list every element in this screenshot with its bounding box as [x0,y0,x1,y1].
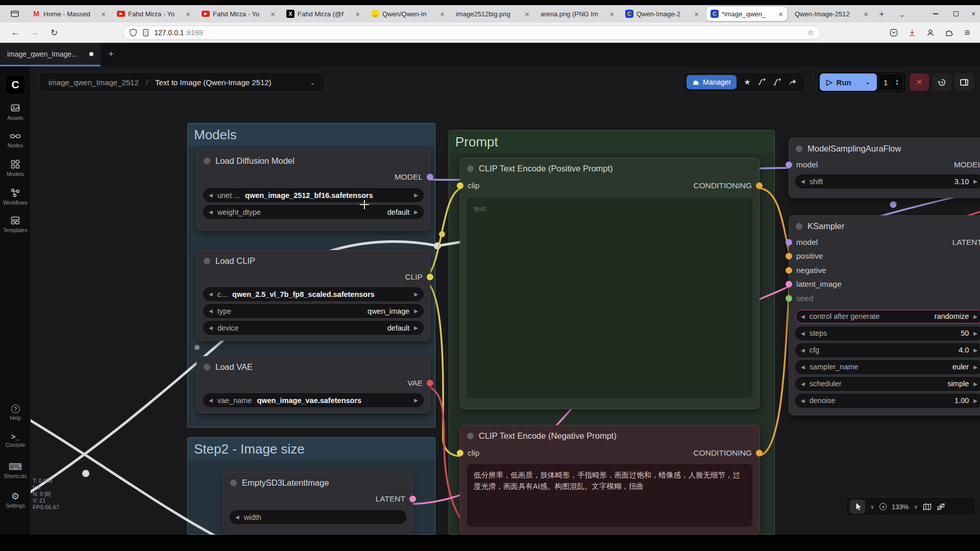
widget-clip-name[interactable]: ◀ c... qwen_2.5_vl_7b_fp8_scaled.safeten… [203,287,424,301]
model-input-port[interactable] [786,162,792,168]
tab-close-icon[interactable]: × [694,10,699,18]
sidebar-item-help[interactable]: ? Help [0,405,31,421]
next-arrow-icon[interactable]: ▶ [973,331,977,336]
download-icon[interactable] [906,28,918,38]
breadcrumb-workflow-name[interactable]: image_qwen_Image_2512 [48,78,139,87]
collapse-dot-icon[interactable] [796,145,802,152]
workflow-tab-active[interactable]: image_qwen_Image... [0,43,101,66]
tab-close-icon[interactable]: × [778,10,783,18]
prev-arrow-icon[interactable]: ◀ [801,331,805,336]
next-arrow-icon[interactable]: ▶ [414,308,418,314]
negative-input-port[interactable] [786,267,792,273]
fit-view-icon[interactable] [879,503,887,510]
window-minimize-button[interactable] [930,9,941,18]
manager-button[interactable]: Manager [687,75,737,89]
prev-arrow-icon[interactable]: ◀ [801,398,805,404]
run-options-chevron-icon[interactable]: ⌄ [865,79,870,86]
prev-arrow-icon[interactable]: ◀ [209,291,213,297]
prev-arrow-icon[interactable]: ◀ [801,179,805,184]
breadcrumb-subgraph-name[interactable]: Text to Image (Qwen-Image 2512) [155,78,272,87]
browser-tab-active[interactable]: C *image_qwen_ × [706,6,788,21]
tool-chevron-icon[interactable]: ∨ [870,504,874,510]
browser-tab[interactable]: ▶ Fahd Mirza - Yo × [113,6,194,21]
group-title[interactable]: Prompt [449,131,774,153]
tab-close-icon[interactable]: × [271,10,275,18]
collapse-dot-icon[interactable] [204,364,210,370]
toggle-links-alt-icon[interactable] [773,79,781,86]
next-arrow-icon[interactable]: ▶ [973,179,977,184]
chevron-down-icon[interactable]: ⌄ [310,79,315,86]
forward-icon[interactable]: → [29,27,41,38]
widget-width[interactable]: ◀ width [230,510,406,524]
prev-arrow-icon[interactable]: ◀ [209,325,213,331]
sidebar-item-templates[interactable]: Templates [0,215,31,233]
widget-control-after-generate[interactable]: ◀ control after generate randomize ▶ [795,310,980,323]
prev-arrow-icon[interactable]: ◀ [209,397,213,403]
browser-tab[interactable]: image2512big.png × [452,6,533,21]
star-icon[interactable]: ★ [744,78,750,87]
page-info-icon[interactable] [142,29,150,37]
widget-sampler-name[interactable]: ◀ sampler_name euler ▶ [795,360,980,374]
positive-input-port[interactable] [786,253,792,260]
batch-count-stepper[interactable]: 1 ▲▼ [879,73,903,91]
browser-tab[interactable]: M Home - Massed × [28,6,110,21]
widget-denoise[interactable]: ◀ denoise 1.00 ▶ [795,394,980,408]
widget-cfg[interactable]: ◀ cfg 4.0 ▶ [795,343,980,357]
node-load-diffusion-model[interactable]: Load Diffusion Model MODEL ◀ unet ... qw… [197,150,430,231]
extensions-puzzle-icon[interactable] [943,28,954,38]
node-load-clip[interactable]: Load CLIP CLIP ◀ c... qwen_2.5_vl_7b_fp8… [197,250,430,341]
sidebar-item-nodes[interactable]: Nodes [0,132,31,148]
select-tool-button[interactable] [850,499,865,514]
tab-close-icon[interactable]: × [525,10,529,18]
prev-arrow-icon[interactable]: ◀ [209,308,213,314]
collapse-dot-icon[interactable] [204,158,210,164]
window-restore-button[interactable] [950,9,962,18]
sidebar-item-models[interactable]: Models [0,159,31,177]
node-clip-text-encode-negative[interactable]: CLIP Text Encode (Negative Prompt) clip … [460,425,760,535]
model-output-port[interactable] [427,174,433,181]
browser-tab[interactable]: X Fahd Mirza (@f × [282,6,364,21]
tab-close-icon[interactable]: × [186,10,190,18]
new-tab-button[interactable]: + [879,9,885,20]
tab-close-icon[interactable]: × [864,10,868,18]
prev-arrow-icon[interactable]: ◀ [801,314,805,319]
sidebar-item-shortcuts[interactable]: ⌨ Shortcuts [0,462,31,479]
step-down-icon[interactable]: ▼ [895,82,899,86]
bookmark-star-icon[interactable]: ☆ [807,28,814,37]
next-arrow-icon[interactable]: ▶ [414,209,418,215]
collapse-dot-icon[interactable] [230,480,237,486]
firefox-view-icon[interactable] [8,9,21,19]
prev-arrow-icon[interactable]: ◀ [801,364,805,370]
zoom-level[interactable]: 133% [892,503,909,511]
node-clip-text-encode-positive[interactable]: CLIP Text Encode (Positive Prompt) clip … [460,158,760,409]
node-model-sampling-auraflow[interactable]: ModelSamplingAuraFlow model MODEL ◀ shif… [789,138,980,198]
next-arrow-icon[interactable]: ▶ [973,314,977,319]
zoom-chevron-icon[interactable]: ∨ [914,504,918,510]
cancel-run-button[interactable]: × [910,73,929,91]
browser-tab[interactable]: arena.png (PNG Im × [536,6,618,21]
next-arrow-icon[interactable]: ▶ [414,192,418,198]
browser-tab[interactable]: C Qwen-Image-2 × [621,6,703,21]
negative-prompt-text-area[interactable]: 低分辨率，低画质，肢体畸形，手指畸形，画面过饱和，蜡像感，人脸无细节，过度光滑，… [467,464,752,527]
collapse-dot-icon[interactable] [467,433,474,439]
window-close-button[interactable]: × [968,9,979,18]
widget-weight-dtype[interactable]: ◀ weight_dtype default ▶ [203,205,424,219]
next-arrow-icon[interactable]: ▶ [973,347,977,353]
latent-output-port[interactable] [409,496,416,503]
account-icon[interactable] [925,28,936,38]
menu-hamburger-icon[interactable]: ≡ [962,28,973,38]
comfyui-logo[interactable]: C [6,76,24,94]
seed-input-port[interactable] [786,295,792,302]
node-ksampler[interactable]: KSampler model LATENT positive negative … [789,215,980,415]
collapse-dot-icon[interactable] [467,165,474,172]
pocket-icon[interactable] [888,28,899,38]
tab-close-icon[interactable]: × [440,10,445,18]
prev-arrow-icon[interactable]: ◀ [209,209,213,215]
reload-icon[interactable]: ↻ [48,27,60,38]
back-icon[interactable]: ← [9,27,21,38]
url-address-field[interactable]: 127.0.0.1:8188 ☆ [122,26,821,40]
browser-tab[interactable]: Qwen-Image-2512 × [791,6,872,21]
tab-close-icon[interactable]: × [355,10,360,18]
widget-shift[interactable]: ◀ shift 3.10 ▶ [795,174,980,188]
collapse-dot-icon[interactable] [796,223,802,230]
